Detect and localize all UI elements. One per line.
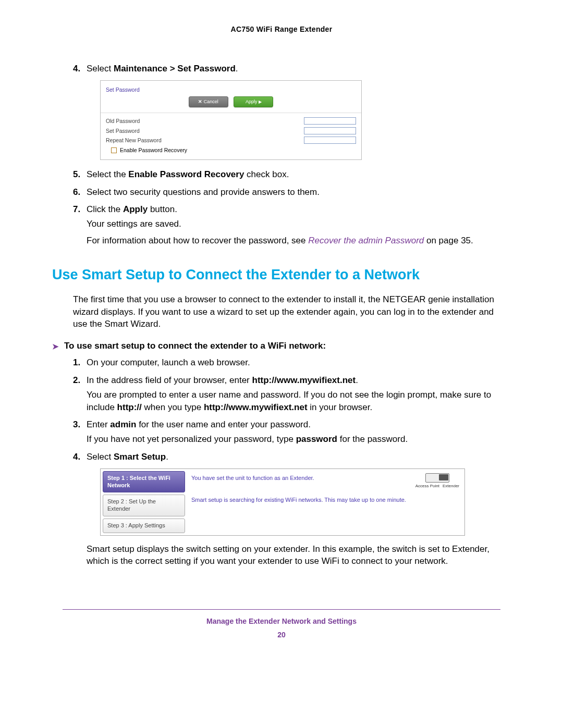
step-4b: 4. Select Smart Setup. Step 1 : Select t…	[73, 451, 500, 567]
step-text-bold: Enable Password Recovery	[128, 169, 244, 179]
step-text-pre: Select	[87, 452, 114, 462]
step-text-bold: admin	[110, 419, 136, 429]
subhead-text: To use smart setup to connect the extend…	[64, 341, 326, 351]
wizard-tabs: Step 1 : Select the WiFi Network Step 2 …	[103, 471, 185, 533]
wizard-mode-message: You have set the unit to function as an …	[191, 474, 314, 482]
smart-setup-panel: Step 1 : Select the WiFi Network Step 2 …	[100, 468, 465, 536]
wizard-search-message: Smart setup is searching for existing Wi…	[191, 496, 459, 504]
cancel-button[interactable]: ✕ Cancel	[189, 96, 228, 107]
step-number: 4.	[73, 63, 80, 75]
panel-button-row: ✕ Cancel Apply ▶	[101, 96, 361, 113]
switch-labels: Access Point Extender	[415, 483, 459, 489]
step-text-bold: Smart Setup	[114, 452, 166, 462]
step-number: 2.	[73, 374, 80, 387]
step-text-pre: Select the	[87, 169, 128, 179]
apply-button[interactable]: Apply ▶	[234, 96, 273, 107]
text: If you have not yet personalized your pa…	[87, 434, 296, 444]
wizard-tab-step3[interactable]: Step 3 : Apply Settings	[103, 519, 185, 533]
step-text-pre: In the address field of your browser, en…	[87, 375, 252, 385]
wizard-top-row: You have set the unit to function as an …	[191, 473, 459, 489]
panel-form: Old Password Set Password Repeat New Pas…	[101, 113, 361, 159]
mode-switch-box: Access Point Extender	[415, 473, 459, 489]
section-heading: Use Smart Setup to Connect the Extender …	[52, 267, 500, 283]
old-password-label: Old Password	[106, 117, 304, 125]
step-number: 6.	[73, 186, 80, 199]
text-bold: http://	[117, 402, 142, 412]
step-3: 3. Enter admin for the user name and ent…	[73, 418, 500, 446]
wizard-tab-step1[interactable]: Step 1 : Select the WiFi Network	[103, 471, 185, 493]
step-text-post: .	[236, 64, 238, 73]
after-panel2-para: Smart setup displays the switch setting …	[87, 543, 500, 568]
text: when you type	[142, 402, 204, 412]
step-4: 4. Select Maintenance > Set Password. Se…	[73, 63, 500, 160]
set-password-label: Set Password	[106, 127, 304, 135]
footer-page-number: 20	[63, 631, 500, 639]
step-text: On your computer, launch a web browser.	[87, 357, 250, 367]
procedure-subhead: ➤ To use smart setup to connect the exte…	[52, 341, 500, 351]
steps-top: 4. Select Maintenance > Set Password. Se…	[63, 63, 500, 247]
step-text-bold: Apply	[123, 204, 148, 214]
text: for the password.	[337, 434, 408, 444]
footer-rule	[63, 609, 500, 610]
switch-label-ap: Access Point	[415, 483, 439, 489]
step-number: 7.	[73, 203, 80, 216]
switch-label-extender: Extender	[443, 483, 459, 489]
step-7-para1: Your settings are saved.	[87, 218, 500, 230]
arrow-marker-icon: ➤	[52, 342, 59, 351]
enable-recovery-row: Enable Password Recovery	[106, 146, 356, 154]
switch-knob-icon	[439, 474, 448, 480]
text: in your browser.	[308, 402, 373, 412]
step-7-para2: For information about how to recover the…	[87, 235, 500, 247]
step-text-pre: Enter	[87, 419, 110, 429]
step-number: 4.	[73, 451, 80, 463]
text-bold: password	[296, 434, 337, 444]
step-6: 6. Select two security questions and pro…	[73, 186, 500, 199]
step-1: 1. On your computer, launch a web browse…	[73, 356, 500, 369]
page-footer: Manage the Extender Network and Settings…	[63, 617, 500, 639]
text: For information about how to recover the…	[87, 236, 308, 245]
footer-section-title: Manage the Extender Network and Settings	[63, 617, 500, 625]
step-2-para: You are prompted to enter a user name an…	[87, 389, 500, 414]
section-intro: The first time that you use a browser to…	[73, 293, 500, 330]
step-text-bold: Maintenance > Set Password	[114, 64, 236, 73]
text: on page 35.	[424, 236, 473, 245]
set-password-panel: Set Password ✕ Cancel Apply ▶ Old Passwo…	[100, 80, 362, 160]
step-text-pre: Select	[87, 64, 114, 73]
old-password-input[interactable]	[304, 117, 356, 125]
document-title: AC750 WiFi Range Extender	[63, 25, 500, 33]
repeat-password-label: Repeat New Password	[106, 137, 304, 144]
step-text: Select two security questions and provid…	[87, 187, 320, 197]
recover-password-link[interactable]: Recover the admin Password	[308, 236, 424, 245]
step-number: 3.	[73, 418, 80, 431]
steps-bottom: 1. On your computer, launch a web browse…	[63, 356, 500, 567]
step-text-post: check box.	[244, 169, 289, 179]
step-7: 7. Click the Apply button. Your settings…	[73, 203, 500, 246]
set-password-input[interactable]	[304, 127, 356, 134]
step-number: 5.	[73, 168, 80, 181]
step-text-post: .	[356, 375, 358, 385]
repeat-password-input[interactable]	[304, 137, 356, 144]
step-text-pre: Click the	[87, 204, 123, 214]
manual-page: AC750 WiFi Range Extender 4. Select Main…	[0, 0, 563, 728]
enable-recovery-label: Enable Password Recovery	[120, 146, 187, 154]
step-text-post: for the user name and enter your passwor…	[136, 419, 311, 429]
wizard-tab-step2[interactable]: Step 2 : Set Up the Extender	[103, 495, 185, 516]
step-text-post: button.	[148, 204, 177, 214]
step-number: 1.	[73, 356, 80, 369]
text-bold: http://www.mywifiext.net	[204, 402, 308, 412]
wizard-content: You have set the unit to function as an …	[188, 471, 462, 533]
step-3-para: If you have not yet personalized your pa…	[87, 433, 500, 446]
step-2: 2. In the address field of your browser,…	[73, 374, 500, 413]
step-5: 5. Select the Enable Password Recovery c…	[73, 168, 500, 181]
panel-title: Set Password	[101, 81, 361, 97]
step-text-bold: http://www.mywifiext.net	[252, 375, 356, 385]
enable-recovery-checkbox[interactable]	[111, 147, 117, 153]
step-text-post: .	[166, 452, 168, 462]
mode-switch[interactable]	[425, 473, 449, 483]
